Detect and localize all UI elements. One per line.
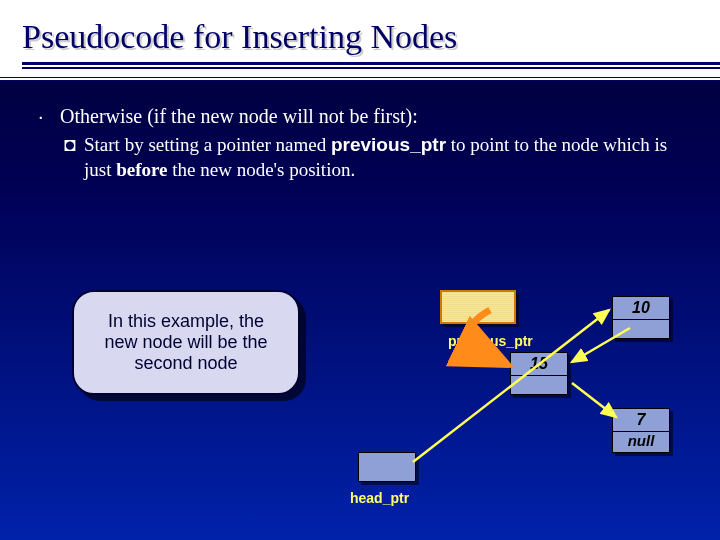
callout-text: In this example, the new node will be th… — [90, 311, 282, 374]
subbullet-bold: before — [116, 159, 167, 180]
subbullet-1: ◘ Start by setting a pointer named previ… — [64, 133, 682, 182]
bullet-1-text: Otherwise (if the new node will not be f… — [60, 103, 418, 129]
subbullet-text-c: the new node's position. — [168, 159, 356, 180]
subbullet-1-symbol: ◘ — [64, 133, 84, 182]
slide-title: Pseudocode for Inserting Nodes — [22, 18, 720, 56]
title-rule-2 — [22, 67, 720, 69]
subbullet-1-text: Start by setting a pointer named previou… — [84, 133, 682, 182]
callout-box: In this example, the new node will be th… — [72, 290, 300, 395]
arrow-headptr-to-10 — [405, 300, 645, 480]
svg-line-2 — [413, 310, 609, 462]
bullet-1-symbol: · — [38, 103, 60, 129]
title-area: Pseudocode for Inserting Nodes — [0, 0, 720, 81]
bullet-1: · Otherwise (if the new node will not be… — [38, 103, 682, 129]
subbullet-text-a: Start by setting a pointer named — [84, 134, 331, 155]
label-head-ptr: head_ptr — [350, 490, 409, 506]
title-rule-1 — [22, 62, 720, 65]
code-previous-ptr: previous_ptr — [331, 134, 446, 155]
content-area: · Otherwise (if the new node will not be… — [0, 81, 720, 182]
